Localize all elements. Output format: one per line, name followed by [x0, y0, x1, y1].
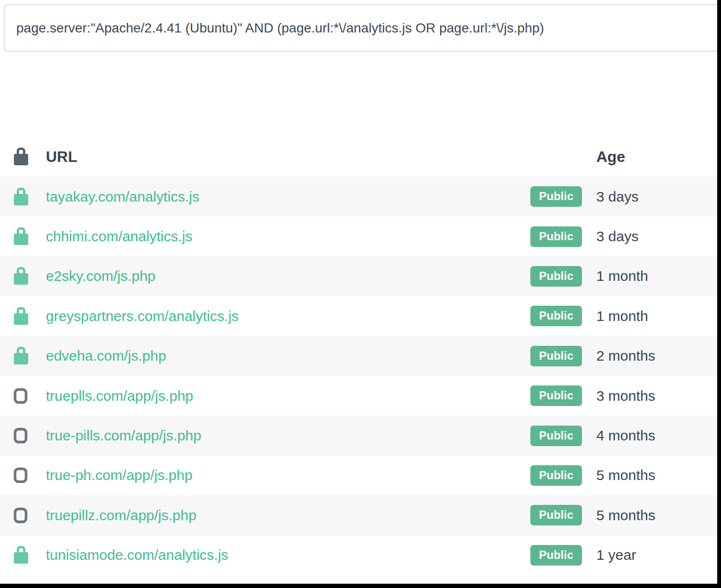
visibility-badge: Public [530, 306, 582, 326]
row-url-cell: tunisiamode.com/analytics.js [46, 547, 530, 563]
visibility-badge: Public [530, 226, 582, 247]
visibility-badge: Public [530, 426, 582, 446]
visibility-badge: Public [530, 545, 582, 566]
result-age: 3 days [596, 189, 718, 205]
http-unlocked-icon [13, 466, 28, 484]
visibility-badge: Public [530, 465, 582, 486]
row-url-cell: truepillz.com/app/js.php [46, 507, 530, 524]
result-age: 3 days [596, 228, 718, 245]
result-url-link[interactable]: tunisiamode.com/analytics.js [46, 547, 228, 563]
row-protocol-cell [0, 187, 46, 207]
row-badge-cell: Public [530, 385, 596, 406]
https-lock-icon [13, 226, 29, 246]
result-url-link[interactable]: chhimi.com/analytics.js [46, 228, 193, 244]
row-url-cell: true-pills.com/app/js.php [46, 428, 530, 444]
result-url-link[interactable]: greyspartners.com/analytics.js [46, 308, 238, 324]
row-protocol-cell [0, 506, 46, 524]
visibility-badge: Public [530, 266, 582, 287]
row-protocol-cell [0, 226, 46, 246]
table-row[interactable]: tunisiamode.com/analytics.js Public 1 ye… [0, 535, 718, 575]
row-url-cell: greyspartners.com/analytics.js [46, 308, 530, 324]
row-url-cell: chhimi.com/analytics.js [46, 228, 530, 245]
visibility-badge: Public [530, 385, 582, 406]
table-row[interactable]: greyspartners.com/analytics.js Public 1 … [0, 296, 718, 336]
row-protocol-cell [0, 545, 46, 565]
result-url-link[interactable]: edveha.com/js.php [46, 348, 166, 363]
row-badge-cell: Public [530, 505, 596, 525]
row-badge-cell: Public [530, 426, 596, 446]
row-badge-cell: Public [530, 266, 596, 287]
table-row[interactable]: trueplls.com/app/js.php Public 3 months [0, 376, 718, 416]
result-age: 2 months [596, 348, 718, 364]
row-url-cell: e2sky.com/js.php [46, 268, 530, 284]
result-age: 1 month [596, 308, 718, 324]
result-age: 1 month [596, 268, 718, 284]
result-age: 5 months [596, 507, 718, 524]
table-row[interactable]: chhimi.com/analytics.js Public 3 days [0, 216, 718, 256]
lock-icon [13, 147, 29, 167]
https-lock-icon [13, 545, 29, 565]
https-lock-icon [13, 187, 29, 207]
http-unlocked-icon [13, 427, 28, 445]
row-protocol-cell [0, 427, 46, 445]
result-url-link[interactable]: true-ph.com/app/js.php [46, 467, 193, 483]
screen-edge-bar-right [717, 0, 721, 588]
row-protocol-cell [0, 387, 46, 405]
http-unlocked-icon [13, 506, 28, 524]
table-row[interactable]: true-ph.com/app/js.php Public 5 months [0, 456, 718, 495]
row-badge-cell: Public [530, 306, 596, 326]
table-row[interactable]: edveha.com/js.php Public 2 months [0, 336, 718, 376]
table-row[interactable]: e2sky.com/js.php Public 1 month [0, 257, 718, 296]
https-lock-icon [13, 266, 29, 286]
result-age: 1 year [596, 547, 718, 563]
column-header-url[interactable]: URL [46, 148, 596, 166]
results-table-body: tayakay.com/analytics.js Public 3 days c… [0, 177, 718, 575]
result-age: 5 months [596, 467, 718, 483]
search-query-box[interactable]: page.server:"Apache/2.4.41 (Ubuntu)" AND… [4, 4, 721, 52]
column-header-age[interactable]: Age [596, 148, 718, 166]
results-table-header: URL Age [0, 137, 718, 177]
table-row[interactable]: true-pills.com/app/js.php Public 4 month… [0, 416, 718, 455]
row-badge-cell: Public [530, 346, 596, 366]
result-url-link[interactable]: tayakay.com/analytics.js [46, 189, 199, 204]
row-url-cell: tayakay.com/analytics.js [46, 189, 530, 205]
result-age: 3 months [596, 388, 718, 404]
results-table: URL Age tayakay.com/analytics.js Public … [0, 137, 718, 575]
table-row[interactable]: tayakay.com/analytics.js Public 3 days [0, 177, 718, 216]
row-badge-cell: Public [530, 186, 596, 207]
row-badge-cell: Public [530, 226, 596, 247]
visibility-badge: Public [530, 186, 582, 207]
row-protocol-cell [0, 266, 46, 286]
search-query-text[interactable]: page.server:"Apache/2.4.41 (Ubuntu)" AND… [16, 21, 544, 36]
row-protocol-cell [0, 466, 46, 484]
row-url-cell: trueplls.com/app/js.php [46, 388, 530, 404]
visibility-badge: Public [530, 346, 582, 366]
https-lock-icon [13, 306, 29, 326]
screen-edge-bar-bottom [0, 584, 721, 588]
visibility-badge: Public [530, 505, 582, 525]
https-lock-icon [13, 346, 29, 366]
result-url-link[interactable]: e2sky.com/js.php [46, 268, 156, 284]
row-badge-cell: Public [530, 545, 596, 566]
result-url-link[interactable]: truepillz.com/app/js.php [46, 507, 196, 523]
result-url-link[interactable]: true-pills.com/app/js.php [46, 428, 201, 443]
row-protocol-cell [0, 346, 46, 366]
result-url-link[interactable]: trueplls.com/app/js.php [46, 388, 194, 404]
http-unlocked-icon [13, 387, 28, 405]
row-protocol-cell [0, 306, 46, 326]
row-url-cell: edveha.com/js.php [46, 348, 530, 364]
table-row[interactable]: truepillz.com/app/js.php Public 5 months [0, 495, 718, 535]
result-age: 4 months [596, 428, 718, 444]
row-url-cell: true-ph.com/app/js.php [46, 467, 530, 483]
header-lock-column [0, 147, 46, 167]
row-badge-cell: Public [530, 465, 596, 486]
